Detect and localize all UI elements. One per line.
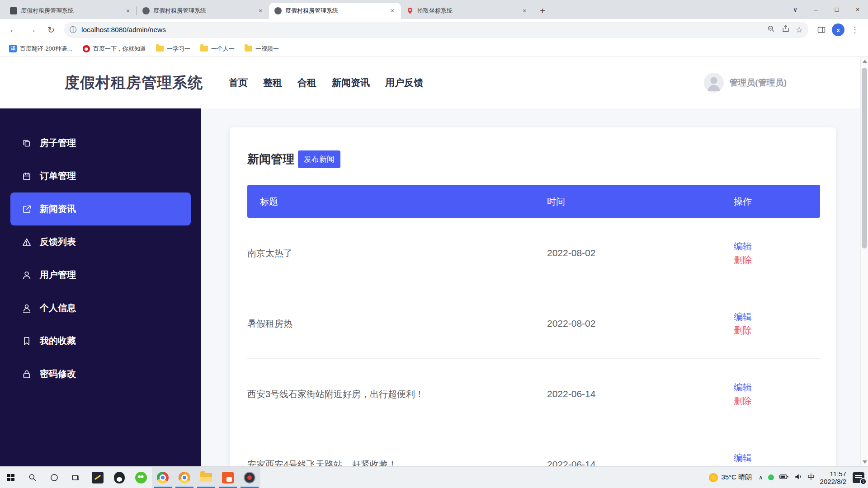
sidebar-label: 反馈列表 xyxy=(40,236,76,248)
new-tab-button[interactable]: + xyxy=(536,4,549,18)
sidebar-item-profile[interactable]: 个人信息 xyxy=(0,291,201,324)
browser-tab-4[interactable]: 拾取坐标系统 × xyxy=(401,3,533,19)
back-icon[interactable]: ← xyxy=(5,21,22,38)
office-app-icon[interactable] xyxy=(217,467,239,488)
tab-close-icon[interactable]: × xyxy=(124,7,132,15)
news-date: 2022-06-14 xyxy=(547,459,595,467)
tray-expand-icon[interactable]: ∧ xyxy=(759,474,763,481)
edit-link[interactable]: 编辑 xyxy=(734,451,752,464)
browser-menu-icon[interactable]: ⋮ xyxy=(846,21,863,38)
minimize-button[interactable]: – xyxy=(806,0,826,19)
share-icon[interactable] xyxy=(781,24,790,35)
house-management-icon xyxy=(22,138,32,148)
sidebar-label: 个人信息 xyxy=(40,302,76,314)
bookmark-star-icon[interactable]: ☆ xyxy=(796,25,803,35)
edit-link[interactable]: 编辑 xyxy=(734,381,752,394)
volume-icon[interactable] xyxy=(794,472,803,483)
sidebar-item-news[interactable]: 新闻资讯 xyxy=(10,192,191,225)
browser-profile-avatar[interactable]: x xyxy=(832,23,844,36)
sidebar-item-password[interactable]: 密码修改 xyxy=(0,357,201,390)
tab-close-icon[interactable]: × xyxy=(388,7,396,15)
close-window-button[interactable]: × xyxy=(847,0,868,19)
url-text: localhost:8080/admin/news xyxy=(81,26,762,34)
side-panel-icon[interactable] xyxy=(813,21,830,38)
page-title: 新闻管理 xyxy=(247,151,294,167)
location-pin-favicon xyxy=(406,7,414,14)
green-status-icon[interactable] xyxy=(768,474,774,480)
user-icon xyxy=(22,270,32,280)
tab-title: 拾取坐标系统 xyxy=(417,7,517,15)
scrollbar-thumb[interactable] xyxy=(862,68,867,249)
bookmark-folder-video[interactable]: 一视频一 xyxy=(241,43,283,55)
browser-2-icon[interactable] xyxy=(174,467,195,488)
sidebar-item-users[interactable]: 用户管理 xyxy=(0,258,201,291)
bookmark-baidu-translate[interactable]: 译 百度翻译-200种语… xyxy=(5,43,76,55)
battery-icon[interactable] xyxy=(779,472,789,483)
publish-news-button[interactable]: 发布新闻 xyxy=(298,150,340,168)
refresh-icon[interactable]: ↻ xyxy=(42,21,60,38)
bookmark-baidu[interactable]: 百度一下，你就知道 xyxy=(79,43,150,55)
maximize-button[interactable]: □ xyxy=(826,0,847,19)
dark-app-icon[interactable] xyxy=(87,467,108,488)
browser-tab-2[interactable]: 度假村租房管理系统 × xyxy=(137,3,269,19)
tab-search-icon[interactable]: ∨ xyxy=(785,0,806,19)
task-view-icon[interactable] xyxy=(65,467,87,488)
user-menu[interactable]: 管理员(管理员) xyxy=(704,73,787,93)
tab-title: 度假村租房管理系统 xyxy=(21,7,120,15)
forward-icon[interactable]: → xyxy=(24,21,41,38)
taskbar-clock[interactable]: 11:57 2022/8/2 xyxy=(820,470,846,485)
browser-tab-1[interactable]: 度假村租房管理系统 × xyxy=(5,3,137,19)
taskbar-search-icon[interactable] xyxy=(22,467,43,488)
zoom-indicator-icon[interactable] xyxy=(767,24,776,35)
nav-feedback[interactable]: 用户反馈 xyxy=(385,76,423,89)
nav-whole-rent[interactable]: 整租 xyxy=(263,76,282,89)
delete-link[interactable]: 删除 xyxy=(734,253,752,266)
tab-title: 度假村租房管理系统 xyxy=(285,7,385,15)
tab-close-icon[interactable]: × xyxy=(520,7,528,15)
sidebar-item-favorites[interactable]: 我的收藏 xyxy=(0,324,201,357)
scroll-up-icon[interactable] xyxy=(863,60,867,63)
sidebar-item-feedback[interactable]: 反馈列表 xyxy=(0,225,201,258)
delete-link[interactable]: 删除 xyxy=(734,394,752,407)
nav-shared-rent[interactable]: 合租 xyxy=(297,76,316,89)
tab-close-icon[interactable]: × xyxy=(256,7,264,15)
bookmark-label: 一学习一 xyxy=(167,45,190,53)
app-header: 度假村租房管理系统 首页 整租 合租 新闻资讯 用户反馈 管理员(管理员) xyxy=(0,57,868,108)
translate-icon: 译 xyxy=(9,45,17,52)
system-tray: 35°C 晴朗 ∧ 中 11:57 2022/8/2 3 xyxy=(707,467,868,488)
file-explorer-icon[interactable] xyxy=(195,467,217,488)
wechat-icon[interactable] xyxy=(130,467,152,488)
browser-tab-3-active[interactable]: 度假村租房管理系统 × xyxy=(269,3,401,19)
bookmark-folder-personal[interactable]: 一个人一 xyxy=(197,43,238,55)
news-title: 暑假租房热 xyxy=(247,317,292,329)
notification-center-icon[interactable]: 3 xyxy=(853,472,864,483)
warning-triangle-icon xyxy=(22,237,32,247)
folder-icon xyxy=(156,46,164,52)
news-date: 2022-08-02 xyxy=(547,318,595,329)
sidebar-item-house[interactable]: 房子管理 xyxy=(0,127,201,160)
sidebar-item-orders[interactable]: 订单管理 xyxy=(0,160,201,192)
table-header: 标题 时间 操作 xyxy=(247,185,820,218)
news-date: 2022-08-02 xyxy=(547,248,595,258)
cortana-icon[interactable] xyxy=(43,467,65,488)
screen-recorder-icon[interactable] xyxy=(239,467,260,488)
weather-text: 35°C 晴朗 xyxy=(721,473,752,482)
nav-home[interactable]: 首页 xyxy=(229,76,248,89)
bookmark-folder-study[interactable]: 一学习一 xyxy=(152,43,194,55)
chrome-icon[interactable] xyxy=(152,467,174,488)
edit-link[interactable]: 编辑 xyxy=(734,240,752,253)
weather-widget[interactable]: 35°C 晴朗 xyxy=(707,473,754,482)
page-viewport: 度假村租房管理系统 首页 整租 合租 新闻资讯 用户反馈 管理员(管理员) 房子… xyxy=(0,57,868,466)
ime-indicator[interactable]: 中 xyxy=(808,473,815,482)
clock-time: 11:57 xyxy=(820,470,846,478)
edit-link[interactable]: 编辑 xyxy=(734,310,752,323)
scroll-down-icon[interactable] xyxy=(863,460,867,464)
site-info-icon[interactable]: ⓘ xyxy=(70,25,77,35)
address-bar[interactable]: ⓘ localhost:8080/admin/news ☆ xyxy=(64,22,808,38)
main-content: 新闻管理 发布新闻 标题 时间 操作 南京太热了 2022-08-02 编辑 删… xyxy=(201,108,860,466)
start-button[interactable] xyxy=(0,467,22,488)
qq-icon[interactable] xyxy=(108,467,130,488)
delete-link[interactable]: 删除 xyxy=(734,324,752,337)
vertical-scrollbar[interactable] xyxy=(860,57,868,466)
nav-news[interactable]: 新闻资讯 xyxy=(332,76,370,89)
